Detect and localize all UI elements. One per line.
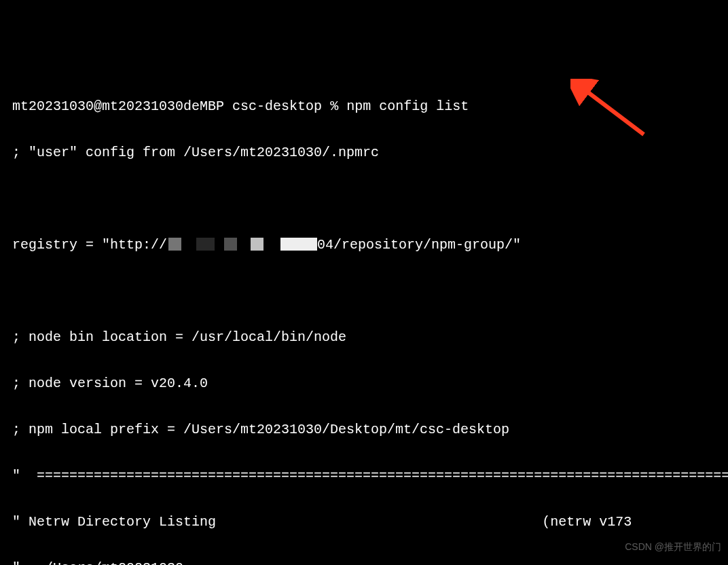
- redacted-segment: [168, 238, 181, 251]
- prompt-command: npm config list: [346, 98, 469, 114]
- blank-line: [12, 280, 728, 303]
- npm-local-prefix: ; npm local prefix = /Users/mt20231030/D…: [12, 418, 728, 441]
- prompt-symbol: %: [330, 98, 338, 114]
- npm-user-config-header: ; "user" config from /Users/mt20231030/.…: [12, 141, 728, 164]
- redacted-segment: [251, 238, 263, 251]
- npm-node-version: ; node version = v20.4.0: [12, 372, 728, 395]
- registry-prefix: registry = "http://: [12, 237, 167, 253]
- blank-line: [12, 187, 728, 211]
- netrw-version: (netrw v173: [542, 514, 632, 530]
- registry-suffix: 04/repository/npm-group/": [317, 237, 521, 253]
- npm-node-bin: ; node bin location = /usr/local/bin/nod…: [12, 326, 728, 349]
- netrw-title: " Netrw Directory Listing: [12, 514, 216, 530]
- netrw-cwd: " /Users/mt20231030: [12, 557, 728, 565]
- watermark: CSDN @推开世界的门: [625, 539, 721, 555]
- prompt-dir: csc-desktop: [232, 98, 322, 114]
- redacted-segment: [224, 238, 237, 251]
- netrw-divider-top: " ======================================…: [12, 464, 728, 488]
- npm-registry-line: registry = "http://04/repository/npm-gro…: [12, 234, 728, 257]
- redacted-segment: [196, 238, 215, 251]
- row-spacer: [216, 514, 542, 530]
- shell-prompt-line: mt20231030@mt20231030deMBP csc-desktop %…: [12, 95, 728, 118]
- prompt-user-host: mt20231030@mt20231030deMBP: [12, 98, 224, 114]
- redacted-segment: [280, 238, 317, 251]
- netrw-title-row: " Netrw Directory Listing (netrw v173: [12, 511, 728, 534]
